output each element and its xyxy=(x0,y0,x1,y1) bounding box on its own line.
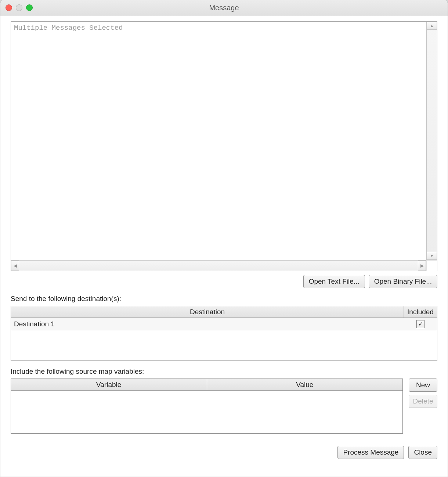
scroll-right-icon[interactable]: ▶ xyxy=(418,261,426,271)
window-controls xyxy=(6,4,33,11)
column-header-destination[interactable]: Destination xyxy=(11,306,404,318)
included-cell: ✓ xyxy=(404,318,437,330)
footer-buttons: Process Message Close xyxy=(11,446,437,459)
new-variable-button[interactable]: New xyxy=(409,379,437,392)
destinations-label: Send to the following destination(s): xyxy=(11,295,437,303)
open-text-file-button[interactable]: Open Text File... xyxy=(303,275,365,288)
column-header-included[interactable]: Included xyxy=(404,306,437,318)
variables-table: Variable Value xyxy=(11,379,403,434)
scroll-down-icon[interactable]: ▼ xyxy=(427,252,437,260)
scroll-left-icon[interactable]: ◀ xyxy=(11,261,19,271)
variables-side-buttons: New Delete xyxy=(409,379,437,408)
open-binary-file-button[interactable]: Open Binary File... xyxy=(369,275,437,288)
table-row[interactable]: Destination 1✓ xyxy=(11,318,437,330)
titlebar: Message xyxy=(0,0,448,16)
vertical-scrollbar[interactable]: ▲ ▼ xyxy=(426,22,437,260)
scroll-corner xyxy=(426,260,437,271)
file-buttons-row: Open Text File... Open Binary File... xyxy=(11,275,437,288)
message-window: Message Multiple Messages Selected ▲ ▼ ◀… xyxy=(0,0,448,477)
process-message-button[interactable]: Process Message xyxy=(337,446,404,459)
variables-header: Variable Value xyxy=(11,379,402,391)
column-header-value[interactable]: Value xyxy=(207,379,403,390)
included-checkbox[interactable]: ✓ xyxy=(416,320,424,328)
horizontal-scrollbar[interactable]: ◀ ▶ xyxy=(11,260,426,271)
variables-label: Include the following source map variabl… xyxy=(11,367,437,376)
destinations-header: Destination Included xyxy=(11,306,437,318)
content-area: Multiple Messages Selected ▲ ▼ ◀ ▶ Open … xyxy=(0,16,448,477)
variables-body xyxy=(11,391,402,433)
destinations-body: Destination 1✓ xyxy=(11,318,437,361)
message-textarea-wrap: Multiple Messages Selected ▲ ▼ ◀ ▶ xyxy=(11,21,437,271)
variables-row: Variable Value New Delete xyxy=(11,379,437,434)
scroll-up-icon[interactable]: ▲ xyxy=(427,22,437,30)
destinations-table: Destination Included Destination 1✓ xyxy=(11,306,437,361)
column-header-variable[interactable]: Variable xyxy=(11,379,207,390)
destination-cell: Destination 1 xyxy=(11,318,404,330)
window-title: Message xyxy=(209,4,239,12)
message-textarea[interactable]: Multiple Messages Selected xyxy=(11,22,426,260)
close-button[interactable]: Close xyxy=(408,446,437,459)
delete-variable-button: Delete xyxy=(409,395,437,408)
close-window-icon[interactable] xyxy=(6,4,12,11)
zoom-window-icon[interactable] xyxy=(26,4,33,11)
minimize-window-icon xyxy=(16,4,22,11)
